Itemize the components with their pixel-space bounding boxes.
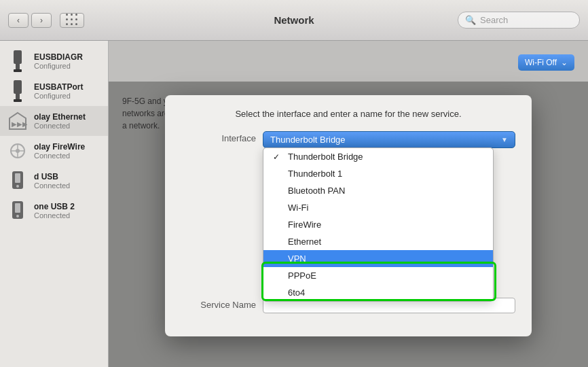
- nav-buttons: ‹ ›: [8, 13, 84, 28]
- dropdown-item-firewire[interactable]: FireWire: [263, 216, 493, 233]
- dropdown-item-label-0: Thunderbolt Bridge: [288, 152, 363, 162]
- wifi-status-widget[interactable]: Wi-Fi Off ⌄: [518, 54, 574, 71]
- search-placeholder: Search: [480, 15, 508, 25]
- sidebar-item-status-6: Connected: [34, 211, 75, 220]
- apps-button[interactable]: [60, 13, 84, 28]
- usb-icon-2: [7, 80, 29, 102]
- dialog-title: Select the interface and enter a name fo…: [181, 109, 515, 119]
- sidebar-item-status-1: Configured: [34, 62, 83, 70]
- svg-text:▶▶▶: ▶▶▶: [12, 120, 27, 128]
- dropdown-arrow-wifi: ⌄: [561, 58, 568, 67]
- interface-label: Interface: [181, 131, 263, 143]
- dropdown-item-bluetooth-pan[interactable]: Bluetooth PAN: [263, 182, 493, 199]
- firewire-icon: [7, 140, 29, 162]
- window-title: Network: [274, 14, 314, 26]
- main-content: EUSBDIAGR Configured EUSBATPort Configur…: [0, 41, 588, 367]
- dropdown-item-label-8: 6to4: [288, 287, 305, 298]
- back-icon: ‹: [17, 16, 20, 25]
- dropdown-item-label-4: FireWire: [288, 220, 321, 230]
- sidebar-item-firewire[interactable]: olay FireWire Connected: [0, 136, 108, 166]
- sidebar-item-name-4: olay FireWire: [34, 142, 85, 152]
- sidebar-item-status-5: Connected: [34, 181, 70, 190]
- sidebar-item-status-2: Configured: [34, 92, 83, 100]
- interface-dropdown-container: Thunderbolt Bridge ▼ Thunderbolt Bridge …: [263, 131, 515, 148]
- sidebar-item-info-4: olay FireWire Connected: [34, 142, 85, 160]
- dropdown-item-label-1: Thunderbolt 1: [288, 169, 342, 179]
- sidebar-item-info-6: one USB 2 Connected: [34, 202, 75, 220]
- dropdown-item-6to4[interactable]: 6to4: [263, 284, 493, 301]
- dropdown-selected-text: Thunderbolt Bridge: [270, 135, 346, 145]
- sidebar-item-usb2[interactable]: one USB 2 Connected: [0, 196, 108, 226]
- dropdown-arrow-icon: ▼: [501, 136, 508, 143]
- svg-rect-16: [15, 203, 20, 213]
- sidebar-item-name-3: olay Ethernet: [34, 112, 86, 122]
- usb-icon-1: [7, 50, 29, 72]
- dropdown-item-thunderbolt-bridge[interactable]: Thunderbolt Bridge: [263, 148, 493, 165]
- sidebar-item-info-2: EUSBATPort Configured: [34, 82, 83, 100]
- svg-rect-3: [14, 80, 22, 94]
- sidebar-item-eusbatport[interactable]: EUSBATPort Configured: [0, 76, 108, 106]
- search-icon: 🔍: [465, 15, 476, 25]
- sidebar: EUSBDIAGR Configured EUSBATPort Configur…: [0, 41, 109, 367]
- search-bar[interactable]: 🔍 Search: [458, 12, 580, 29]
- sidebar-item-status-4: Connected: [34, 152, 85, 160]
- sidebar-item-ethernet[interactable]: ▶▶▶ olay Ethernet Connected: [0, 106, 108, 136]
- dropdown-item-wifi[interactable]: Wi-Fi: [263, 199, 493, 216]
- wifi-label: Wi-Fi Off: [525, 58, 557, 67]
- dialog: Select the interface and enter a name fo…: [165, 95, 532, 336]
- dropdown-item-ethernet[interactable]: Ethernet: [263, 233, 493, 250]
- svg-point-17: [16, 215, 19, 217]
- phone-usb-icon-2: [7, 200, 29, 222]
- svg-rect-5: [14, 99, 22, 102]
- interface-field: Thunderbolt Bridge ▼ Thunderbolt Bridge …: [263, 131, 515, 148]
- svg-rect-2: [14, 69, 22, 72]
- forward-button[interactable]: ›: [31, 13, 52, 28]
- titlebar: ‹ › Network 🔍 Search: [0, 0, 588, 41]
- interface-dropdown-menu: Thunderbolt Bridge Thunderbolt 1 Bluetoo…: [263, 147, 494, 302]
- service-name-label: Service Name: [181, 298, 263, 310]
- right-panel: Wi-Fi Off ⌄ 9F-5G and you will be joined…: [109, 41, 588, 367]
- dialog-overlay: Select the interface and enter a name fo…: [109, 82, 588, 367]
- svg-point-14: [16, 185, 19, 188]
- sidebar-item-eusbdiagr[interactable]: EUSBDIAGR Configured: [0, 46, 108, 76]
- sidebar-item-usb-d[interactable]: d USB Connected: [0, 166, 108, 196]
- apps-grid-icon: [66, 14, 79, 27]
- phone-usb-icon-1: [7, 170, 29, 192]
- svg-rect-0: [14, 50, 22, 64]
- sidebar-item-info-3: olay Ethernet Connected: [34, 112, 86, 130]
- back-button[interactable]: ‹: [8, 13, 29, 28]
- sidebar-item-name-5: d USB: [34, 172, 70, 181]
- dropdown-item-thunderbolt1[interactable]: Thunderbolt 1: [263, 165, 493, 182]
- dropdown-item-pppoe[interactable]: PPPoE: [263, 267, 493, 284]
- dropdown-item-label-3: Wi-Fi: [288, 203, 308, 213]
- sidebar-item-status-3: Connected: [34, 122, 86, 130]
- sidebar-item-name-2: EUSBATPort: [34, 82, 83, 92]
- interface-row: Interface Thunderbolt Bridge ▼ Thunderbo…: [181, 131, 515, 148]
- sidebar-item-info-1: EUSBDIAGR Configured: [34, 52, 83, 70]
- sidebar-item-info-5: d USB Connected: [34, 172, 70, 190]
- dropdown-item-label-5: Ethernet: [288, 237, 321, 247]
- forward-icon: ›: [40, 16, 43, 25]
- sidebar-item-name-1: EUSBDIAGR: [34, 52, 83, 62]
- interface-dropdown-selected[interactable]: Thunderbolt Bridge ▼: [263, 131, 515, 148]
- svg-point-11: [16, 149, 20, 153]
- dropdown-item-label-6: VPN: [288, 254, 306, 264]
- sidebar-item-name-6: one USB 2: [34, 202, 75, 211]
- dropdown-item-label-7: PPPoE: [288, 270, 316, 281]
- dropdown-item-label-2: Bluetooth PAN: [288, 186, 345, 196]
- dropdown-item-vpn[interactable]: VPN: [263, 250, 493, 267]
- ethernet-icon: ▶▶▶: [7, 110, 29, 132]
- svg-rect-13: [15, 173, 20, 183]
